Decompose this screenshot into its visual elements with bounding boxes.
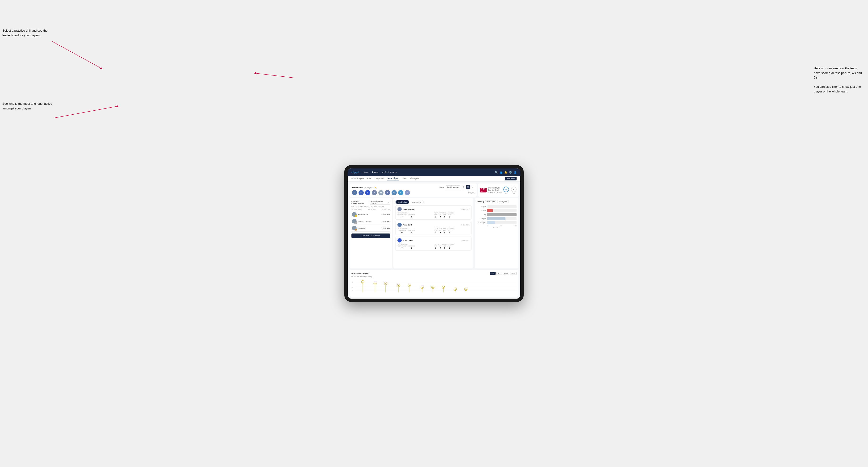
sub-nav-pgat[interactable]: PGAT Players	[351, 177, 364, 181]
avatar-2[interactable]: E	[359, 190, 364, 195]
arg-val-2: ARG 0	[443, 230, 446, 234]
avatar-3[interactable]: C	[365, 190, 370, 195]
grid-view-icon[interactable]: ⊞	[462, 185, 465, 189]
player-card-2[interactable]: Rees Britt 02 Sep 2023 Total Rounds Tour…	[395, 221, 471, 235]
birdies-track: 96	[487, 209, 517, 212]
stat-label-yds2: yds	[513, 192, 515, 194]
player-2-rounds: Total Rounds Tournament 8 Practice 4	[398, 228, 433, 234]
player-2-name: Rees Britt	[403, 224, 412, 226]
lb-avatar-3: 3	[352, 226, 356, 230]
lb-name-2: Edward Crossman	[358, 220, 380, 222]
search-icon[interactable]: 🔍	[495, 171, 498, 174]
filter-ott[interactable]: OTT	[490, 272, 496, 275]
filter-app[interactable]: APP	[496, 272, 502, 275]
avatar-4[interactable]: J	[372, 190, 377, 195]
avatar-6[interactable]: T	[385, 190, 390, 195]
ott-val-1: OTT 0	[434, 214, 437, 218]
view-leaderboard-button[interactable]: View Full Leaderboard	[351, 234, 390, 238]
svg-line-0	[52, 41, 101, 68]
sub-nav-hcaps[interactable]: Hcaps 1-5	[375, 177, 384, 181]
tablet-frame: clippd Home Teams My Performance 🔍 👥 🔔 ⚙…	[344, 165, 524, 302]
svg-text:4: 4	[352, 290, 352, 291]
birdies-fill	[487, 209, 493, 212]
putt-val-1: PUTT 1	[448, 214, 451, 218]
arg-val-1: ARG 0	[443, 214, 446, 218]
lb-player-3[interactable]: 3 Cameron... 17/20 103	[351, 225, 390, 231]
tournament-val-2: Tournament 8	[398, 230, 407, 234]
best-round-subtitle: Off The Tee, Fairway Accuracy	[351, 276, 517, 277]
lb-avg-1: 110	[387, 214, 390, 215]
practice-val-2: Practice 4	[408, 230, 415, 234]
nav-home[interactable]: Home	[363, 171, 368, 173]
add-team-button[interactable]: Add Team	[505, 177, 517, 181]
nav-teams[interactable]: Teams	[372, 171, 378, 173]
player-3-date: 26 Aug 2023	[461, 240, 469, 241]
player-1-name: Blair McHarg	[403, 208, 414, 210]
settings-icon[interactable]: ⚙️	[509, 171, 512, 174]
sub-nav-pga[interactable]: PGA	[367, 177, 371, 181]
sub-nav-tour[interactable]: Tour	[402, 177, 406, 181]
app-val-1: APP 0	[439, 214, 441, 218]
filter-arg[interactable]: ARG	[503, 272, 509, 275]
player-1-avatar	[398, 207, 402, 211]
player-2-info: Rees Britt	[398, 223, 412, 227]
list-view-icon[interactable]: ☰	[466, 185, 470, 189]
player-3-rounds: Total Rounds Tournament 7 Practice 2	[398, 243, 433, 249]
avatars-list: R E C J M T K L P	[352, 190, 410, 195]
least-active-tab[interactable]: Least Active	[409, 200, 423, 204]
player-card-1[interactable]: Blair McHarg 26 Aug 2023 Total Rounds To…	[395, 206, 471, 220]
shot-card: 198 sc Shot Dist: 16 yds Start Lie: Roug…	[478, 184, 519, 197]
main-columns: Practice Leaderboards PUTT Must Make Put…	[349, 198, 519, 269]
lb-player-1[interactable]: 1 Richard Butler 19/20 110	[351, 211, 390, 218]
svg-text:6x: 6x	[375, 283, 376, 284]
bell-icon[interactable]: 🔔	[504, 171, 507, 174]
annotation-top-left: Select a practice drill and see the lead…	[2, 28, 54, 37]
player-filter[interactable]: All Players ▾	[497, 200, 509, 203]
lb-player-2[interactable]: 2 Edward Crossman 18/20 107	[351, 218, 390, 225]
lb-badge-1: 1	[355, 215, 357, 217]
best-round-title: Best Round Streaks	[351, 272, 369, 274]
sub-nav-all-players[interactable]: All Players	[410, 177, 419, 181]
lb-score-2: 18/20	[382, 220, 386, 222]
bar-birdies: Birdies 96	[477, 209, 517, 212]
par-filter[interactable]: Par 3, 4 & 5s	[485, 200, 497, 203]
avatar-8[interactable]: L	[398, 190, 403, 195]
period-dropdown[interactable]: Last 3 months	[446, 185, 460, 189]
stat-circle-yds1: 16	[503, 187, 509, 192]
detail-view-icon[interactable]: ≡	[470, 185, 474, 189]
svg-line-1	[54, 106, 118, 118]
shot-stat-1: 16 yds	[503, 187, 509, 194]
svg-text:7x: 7x	[362, 281, 364, 283]
player-card-2-header: Rees Britt 02 Sep 2023	[398, 223, 469, 227]
eagles-label: Eagles	[477, 206, 486, 208]
svg-text:4x: 4x	[422, 287, 423, 288]
nav-bar: clippd Home Teams My Performance 🔍 👥 🔔 ⚙…	[348, 168, 520, 176]
bar-pars: Pars 499	[477, 213, 517, 216]
tournament-val-1: Tournament 7	[398, 214, 407, 218]
nav-items: Home Teams My Performance	[363, 171, 495, 173]
bottom-panel: Best Round Streaks OTT APP ARG PUTT Off …	[349, 270, 519, 297]
avatar-7[interactable]: K	[392, 190, 397, 195]
player-card-3[interactable]: Josh Coles 26 Aug 2023 Total Rounds Tour…	[395, 237, 471, 251]
nav-my-performance[interactable]: My Performance	[382, 171, 397, 173]
bottom-panel-header: Best Round Streaks OTT APP ARG PUTT	[351, 272, 517, 275]
players-row: R E C J M T K L P Players	[352, 190, 474, 195]
most-active-tab[interactable]: Most Active	[396, 200, 409, 204]
lb-name-1: Richard Butler	[358, 214, 380, 215]
avatar-9[interactable]: P	[405, 190, 410, 195]
avatar-1[interactable]: R	[352, 190, 357, 195]
filter-putt[interactable]: PUTT	[510, 272, 517, 275]
people-icon[interactable]: 👥	[500, 171, 502, 174]
sub-nav-team-clippd[interactable]: Team Clippd	[387, 177, 399, 181]
player-3-info: Josh Coles	[398, 238, 413, 243]
bogeys-fill	[487, 217, 505, 220]
player-2-activities: Total Practice Activities OTT 0 APP 0	[434, 228, 470, 234]
player-1-date: 26 Aug 2023	[461, 209, 469, 210]
streak-svg: 8 6 4 7x 6x	[351, 278, 517, 294]
avatar-5[interactable]: M	[378, 190, 383, 195]
annotation-bottom-left: See who is the most and least active amo…	[2, 101, 57, 111]
drill-selector[interactable]: PUTT Must Make Putting... ▾	[370, 200, 390, 205]
player-2-date: 02 Sep 2023	[461, 224, 469, 226]
user-icon[interactable]: 👤	[514, 171, 517, 174]
content-area: Team Clippd 14 Players ✏️ Show: Last 3 m…	[348, 182, 520, 299]
